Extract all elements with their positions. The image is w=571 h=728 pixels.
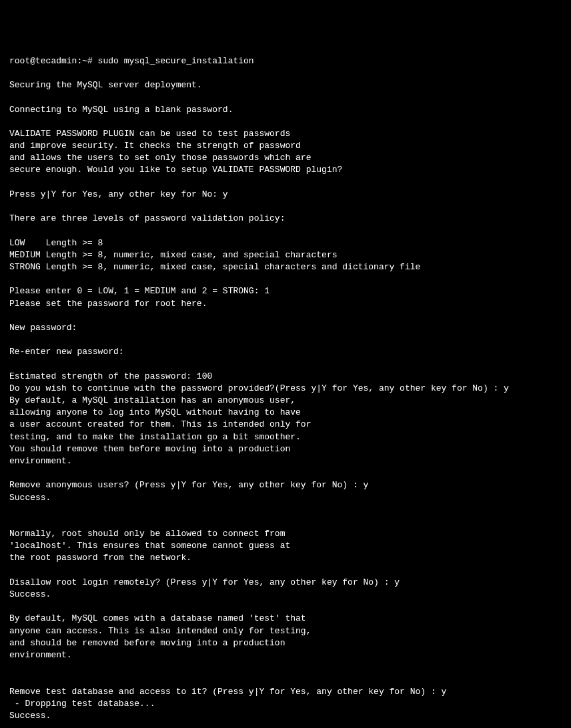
terminal-line: STRONG Length >= 8, numeric, mixed case,… (9, 262, 420, 272)
terminal-line: You should remove them before moving int… (9, 444, 290, 454)
terminal-line: root@tecadmin:~# sudo mysql_secure_insta… (9, 56, 254, 66)
terminal-output[interactable]: root@tecadmin:~# sudo mysql_secure_insta… (9, 55, 562, 728)
terminal-line: By default, a MySQL installation has an … (9, 395, 296, 405)
terminal-line: Connecting to MySQL using a blank passwo… (9, 105, 233, 115)
terminal-line: Please enter 0 = LOW, 1 = MEDIUM and 2 =… (9, 286, 269, 296)
terminal-line: Remove test database and access to it? (… (9, 687, 446, 697)
terminal-line: By default, MySQL comes with a database … (9, 613, 306, 623)
terminal-line: testing, and to make the installation go… (9, 432, 301, 442)
terminal-line: the root password from the network. (9, 553, 191, 563)
terminal-line: environment. (9, 456, 72, 466)
terminal-line: 'localhost'. This ensures that someone c… (9, 541, 290, 551)
terminal-line: secure enough. Would you like to setup V… (9, 165, 342, 175)
terminal-line: Do you wish to continue with the passwor… (9, 383, 509, 393)
terminal-line: VALIDATE PASSWORD PLUGIN can be used to … (9, 129, 290, 139)
terminal-line: Re-enter new password: (9, 347, 124, 357)
terminal-line: Please set the password for root here. (9, 299, 207, 309)
terminal-line: and improve security. It checks the stre… (9, 141, 301, 151)
terminal-line: Estimated strength of the password: 100 (9, 371, 212, 381)
terminal-line: MEDIUM Length >= 8, numeric, mixed case,… (9, 250, 337, 260)
terminal-line: Success. (9, 589, 51, 599)
terminal-line: Normally, root should only be allowed to… (9, 529, 285, 539)
terminal-line: Success. (9, 711, 51, 721)
terminal-line: anyone can access. This is also intended… (9, 626, 311, 636)
terminal-line: and should be removed before moving into… (9, 638, 285, 648)
terminal-line: and allows the users to set only those p… (9, 153, 311, 163)
terminal-line: environment. (9, 650, 72, 660)
terminal-line: LOW Length >= 8 (9, 238, 103, 248)
terminal-line: allowing anyone to log into MySQL withou… (9, 407, 301, 417)
terminal-line: There are three levels of password valid… (9, 213, 285, 223)
terminal-line: a user account created for them. This is… (9, 419, 311, 429)
terminal-line: New password: (9, 323, 77, 333)
terminal-line: - Dropping test database... (9, 699, 155, 709)
terminal-line: Securing the MySQL server deployment. (9, 80, 202, 90)
terminal-line: Remove anonymous users? (Press y|Y for Y… (9, 480, 368, 490)
terminal-line: Disallow root login remotely? (Press y|Y… (9, 577, 400, 587)
terminal-line: Press y|Y for Yes, any other key for No:… (9, 189, 228, 199)
terminal-line: Success. (9, 493, 51, 503)
